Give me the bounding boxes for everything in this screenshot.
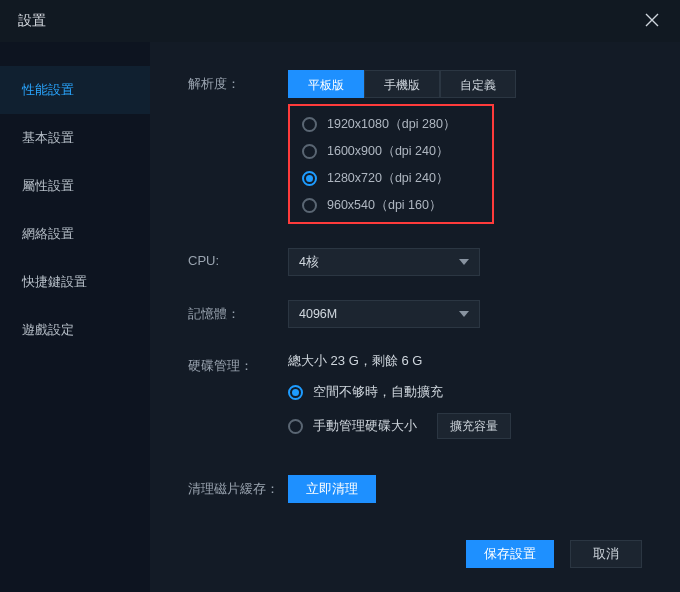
tab-custom[interactable]: 自定義 (440, 70, 516, 98)
radio-label: 空間不够時，自動擴充 (313, 384, 443, 401)
sidebar-item-property[interactable]: 屬性設置 (0, 162, 150, 210)
disk-auto-option[interactable]: 空間不够時，自動擴充 (288, 384, 656, 401)
sidebar: 性能設置 基本設置 屬性設置 網絡設置 快捷鍵設置 遊戲設定 (0, 42, 150, 592)
save-button[interactable]: 保存設置 (466, 540, 554, 568)
cancel-button[interactable]: 取消 (570, 540, 642, 568)
cpu-label: CPU: (188, 248, 288, 268)
sidebar-item-label: 遊戲設定 (22, 322, 74, 337)
resolution-label: 解析度： (188, 70, 288, 93)
memory-label: 記憶體： (188, 300, 288, 323)
resolution-options-highlight: 1920x1080（dpi 280） 1600x900（dpi 240） 128… (288, 104, 494, 224)
chevron-down-icon (459, 259, 469, 265)
radio-icon (288, 385, 303, 400)
sidebar-item-performance[interactable]: 性能設置 (0, 66, 150, 114)
sidebar-item-label: 屬性設置 (22, 178, 74, 193)
memory-select[interactable]: 4096M (288, 300, 480, 328)
radio-label: 1600x900（dpi 240） (327, 143, 449, 160)
clear-cache-button[interactable]: 立即清理 (288, 475, 376, 503)
radio-icon (302, 171, 317, 186)
cpu-select[interactable]: 4核 (288, 248, 480, 276)
sidebar-item-game[interactable]: 遊戲設定 (0, 306, 150, 354)
resolution-option[interactable]: 1280x720（dpi 240） (302, 170, 480, 187)
footer: 保存設置 取消 (188, 532, 656, 582)
expand-capacity-button[interactable]: 擴充容量 (437, 413, 511, 439)
chevron-down-icon (459, 311, 469, 317)
radio-label: 1920x1080（dpi 280） (327, 116, 456, 133)
resolution-option[interactable]: 1920x1080（dpi 280） (302, 116, 480, 133)
close-icon[interactable] (642, 11, 662, 32)
main-panel: 解析度： 平板版 手機版 自定義 1920x1080（dpi 280） (150, 42, 680, 592)
titlebar: 設置 (0, 0, 680, 42)
disk-status-text: 總大小 23 G，剩餘 6 G (288, 352, 656, 370)
radio-icon (288, 419, 303, 434)
radio-icon (302, 198, 317, 213)
radio-label: 1280x720（dpi 240） (327, 170, 449, 187)
sidebar-item-label: 基本設置 (22, 130, 74, 145)
window-title: 設置 (18, 12, 46, 30)
resolution-option[interactable]: 960x540（dpi 160） (302, 197, 480, 214)
tab-phone[interactable]: 手機版 (364, 70, 440, 98)
sidebar-item-basic[interactable]: 基本設置 (0, 114, 150, 162)
tab-label: 平板版 (308, 78, 344, 92)
disk-label: 硬碟管理： (188, 352, 288, 375)
sidebar-item-label: 網絡設置 (22, 226, 74, 241)
select-value: 4096M (299, 307, 337, 321)
sidebar-item-network[interactable]: 網絡設置 (0, 210, 150, 258)
sidebar-item-hotkey[interactable]: 快捷鍵設置 (0, 258, 150, 306)
tab-tablet[interactable]: 平板版 (288, 70, 364, 98)
radio-icon (302, 117, 317, 132)
select-value: 4核 (299, 254, 319, 271)
resolution-option[interactable]: 1600x900（dpi 240） (302, 143, 480, 160)
tab-label: 手機版 (384, 78, 420, 92)
resolution-tabbar: 平板版 手機版 自定義 (288, 70, 656, 98)
tab-label: 自定義 (460, 78, 496, 92)
sidebar-item-label: 性能設置 (22, 82, 74, 97)
sidebar-item-label: 快捷鍵設置 (22, 274, 87, 289)
radio-label: 960x540（dpi 160） (327, 197, 442, 214)
radio-label: 手動管理硬碟大小 (313, 418, 417, 435)
radio-icon (302, 144, 317, 159)
disk-manual-option[interactable]: 手動管理硬碟大小 擴充容量 (288, 413, 656, 439)
cache-label: 清理磁片緩存： (188, 475, 288, 498)
